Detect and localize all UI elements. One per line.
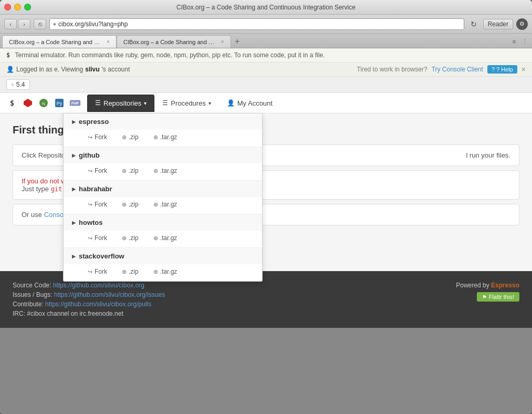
tabs-bar: CIBox.org – a Code Sharing and Continuou…: [0, 34, 532, 48]
maximize-button[interactable]: [24, 4, 31, 11]
flattr-icon: ⚑: [482, 294, 487, 300]
notice-text: Terminal emulator. Run commands like rub…: [15, 51, 325, 59]
stackoverflow-fork-button[interactable]: ↪ Fork: [80, 266, 114, 277]
repo-howtos-header[interactable]: ▶ howtos: [64, 214, 262, 231]
repositories-dropdown: ▶ espresso ↪ Fork ⊕ .zip: [63, 113, 263, 282]
repo-habrahabr-triangle: ▶: [72, 187, 76, 192]
back-button[interactable]: ‹: [4, 19, 17, 29]
node-icon[interactable]: N: [38, 97, 49, 109]
repo-habrahabr-header[interactable]: ▶ habrahabr: [64, 181, 262, 197]
extensions-icon[interactable]: ⚙: [516, 18, 528, 30]
stackoverflow-zip-button[interactable]: ⊕ .zip: [114, 266, 146, 277]
repo-github-actions: ↪ Fork ⊕ .zip ⊕ .tar.gz: [64, 163, 262, 180]
howtos-zip-button[interactable]: ⊕ .zip: [114, 233, 146, 243]
main-nav: $ N Py PHP ☰ Repositories ▾: [0, 93, 532, 113]
zip-label-2: .zip: [129, 167, 139, 174]
version-close-icon[interactable]: ×: [11, 82, 14, 88]
minimize-button[interactable]: [14, 4, 21, 11]
zip-label-5: .zip: [129, 268, 139, 275]
traffic-lights: [4, 4, 31, 11]
login-close-button[interactable]: ×: [521, 65, 526, 74]
source-code-line: Source Code: https://github.com/slivu/ci…: [13, 282, 165, 289]
habrahabr-targz-button[interactable]: ⊕ .tar.gz: [146, 199, 185, 210]
zip-icon-2: ⊕: [122, 168, 127, 174]
tab-options-button[interactable]: ⋮: [519, 35, 530, 48]
repo-stackoverflow: ▶ stackoverflow ↪ Fork ⊕ .zip: [64, 248, 262, 281]
repo-github-name: github: [79, 151, 100, 159]
procedures-menu[interactable]: ☰ Procedures ▾: [154, 95, 218, 112]
reader-button[interactable]: Reader: [483, 19, 513, 29]
espresso-fork-button[interactable]: ↪ Fork: [80, 132, 114, 142]
login-info: 👤 Logged in as e. Viewing slivu 's accou…: [6, 66, 130, 73]
stackoverflow-targz-button[interactable]: ⊕ .tar.gz: [146, 266, 185, 277]
zip-label: .zip: [129, 133, 139, 141]
fork-icon-4: ↪: [88, 235, 92, 242]
new-tab-button[interactable]: +: [231, 35, 244, 48]
python-icon[interactable]: Py: [54, 97, 65, 109]
try-console-link[interactable]: Try Console Client: [432, 66, 483, 73]
version-badge: × 5.4: [6, 79, 30, 90]
repo-stackoverflow-header[interactable]: ▶ stackoverflow: [64, 248, 262, 264]
bugs-link[interactable]: https://github.com/slivu/cibox.org/issue…: [54, 291, 165, 298]
zip-icon: ⊕: [122, 134, 127, 141]
info-box-3-prefix: Or use: [22, 211, 44, 219]
repo-espresso-header[interactable]: ▶ espresso: [64, 113, 262, 130]
ruby-icon[interactable]: [22, 97, 34, 109]
targz-icon-5: ⊕: [153, 268, 158, 275]
tab-2[interactable]: CIBox.org – a Code Sharing and Continuou…: [117, 35, 231, 48]
tab-1[interactable]: CIBox.org – a Code Sharing and Continuou…: [2, 35, 117, 48]
procedures-label: Procedures: [171, 99, 205, 107]
tab-2-label: CIBox.org – a Code Sharing and Continuou…: [123, 39, 218, 45]
espresso-targz-button[interactable]: ⊕ .tar.gz: [146, 132, 185, 142]
repositories-menu[interactable]: ☰ Repositories ▾: [87, 95, 154, 112]
zip-icon-5: ⊕: [122, 268, 127, 275]
bugs-line: Issues / Bugs: https://github.com/slivu/…: [13, 291, 165, 298]
repo-github-header[interactable]: ▶ github: [64, 147, 262, 163]
targz-icon-4: ⊕: [153, 235, 158, 242]
targz-icon-2: ⊕: [153, 168, 158, 174]
notice-icon: $: [6, 51, 10, 59]
account-suffix: 's account: [102, 66, 130, 73]
howtos-targz-button[interactable]: ⊕ .tar.gz: [146, 233, 185, 243]
forward-button[interactable]: ›: [18, 19, 30, 29]
habrahabr-fork-button[interactable]: ↪ Fork: [80, 199, 114, 210]
source-link[interactable]: https://github.com/slivu/cibox.org: [53, 282, 144, 289]
help-label: ? Help: [496, 66, 513, 73]
tab-1-close[interactable]: ×: [107, 39, 110, 45]
tab-2-close[interactable]: ×: [221, 39, 224, 45]
tab-scroll-right[interactable]: ≡: [509, 35, 519, 48]
help-button[interactable]: ? ? Help: [487, 65, 517, 74]
svg-text:N: N: [42, 101, 45, 106]
targz-label-4: .tar.gz: [160, 234, 178, 242]
flattr-button[interactable]: ⚑ Flattr this!: [477, 292, 519, 302]
tired-text: Tired to work in browser?: [357, 66, 427, 73]
targz-label-2: .tar.gz: [160, 167, 178, 174]
tab-1-label: CIBox.org – a Code Sharing and Continuou…: [9, 39, 103, 45]
php-icon[interactable]: PHP: [69, 97, 81, 109]
account-icon: 👤: [227, 99, 235, 107]
repo-espresso-actions: ↪ Fork ⊕ .zip ⊕ .tar.gz: [64, 130, 262, 147]
repo-howtos: ▶ howtos ↪ Fork ⊕ .zip: [64, 214, 262, 248]
espresso-link[interactable]: Espresso: [491, 282, 519, 289]
github-targz-button[interactable]: ⊕ .tar.gz: [146, 165, 185, 176]
powered-by-label: Powered by: [456, 282, 491, 289]
close-button[interactable]: [4, 4, 11, 11]
github-zip-button[interactable]: ⊕ .zip: [114, 165, 146, 176]
habrahabr-zip-button[interactable]: ⊕ .zip: [114, 199, 146, 210]
repo-espresso: ▶ espresso ↪ Fork ⊕ .zip: [64, 113, 262, 147]
irc-line: IRC: #cibox channel on irc.freenode.net: [13, 310, 165, 317]
contribute-link[interactable]: https://github.com/slivu/cibox.org/pulls: [45, 301, 151, 308]
refresh-button[interactable]: ↻: [467, 19, 480, 29]
targz-label: .tar.gz: [160, 133, 178, 141]
notice-bar: $ Terminal emulator. Run commands like r…: [0, 48, 532, 63]
zip-label-4: .zip: [129, 234, 139, 242]
footer-right: Powered by Espresso ⚑ Flattr this!: [456, 282, 519, 317]
share-button[interactable]: ⎋: [34, 19, 46, 29]
terminal-icon[interactable]: $: [6, 97, 18, 109]
github-fork-button[interactable]: ↪ Fork: [80, 165, 114, 176]
repo-espresso-name: espresso: [79, 118, 109, 126]
howtos-fork-button[interactable]: ↪ Fork: [80, 233, 114, 243]
url-bar[interactable]: ● cibox.org/slivu?lang=php: [49, 18, 464, 30]
account-menu[interactable]: 👤 My Account: [219, 95, 280, 112]
espresso-zip-button[interactable]: ⊕ .zip: [114, 132, 146, 142]
